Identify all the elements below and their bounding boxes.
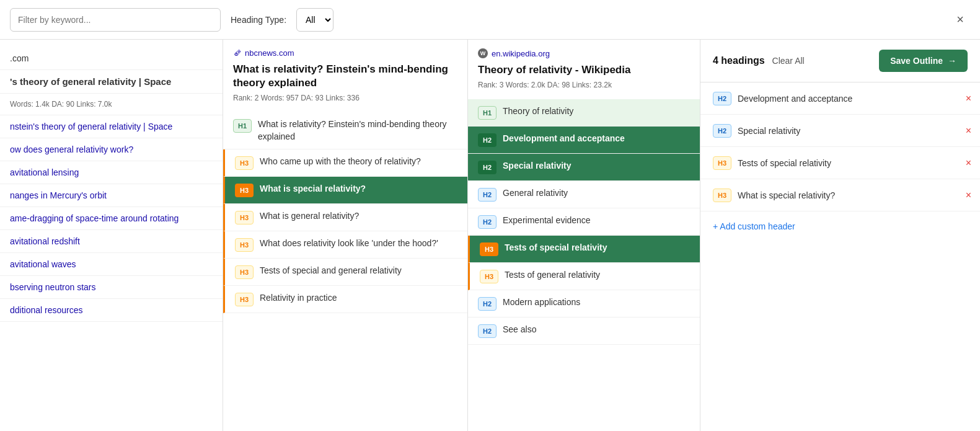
col1-meta: Rank: 2 Words: 957 DA: 93 Links: 336 — [233, 94, 457, 102]
heading-text: General relativity — [503, 187, 568, 200]
heading-text: Theory of relativity — [503, 105, 573, 118]
h1-badge: H1 — [233, 119, 252, 133]
col1-source: 🗞 nbcnews.com — [233, 48, 457, 58]
right-item-text: Development and acceptance — [738, 94, 968, 104]
h3-badge: H3 — [235, 238, 254, 252]
app-container: Heading Type: All H1 H2 H3 × .com 's the… — [0, 0, 980, 431]
list-item[interactable]: dditional resources — [0, 299, 223, 322]
heading-type-label: Heading Type: — [231, 15, 286, 25]
heading-item[interactable]: H3 What is general relativity? — [223, 204, 467, 231]
h3-badge: H3 — [235, 184, 254, 197]
col2-meta: Rank: 3 Words: 2.0k DA: 98 Links: 23.2k — [478, 81, 690, 89]
close-button[interactable]: × — [950, 10, 970, 30]
list-item[interactable]: nanges in Mercury's orbit — [0, 184, 223, 207]
add-custom-header[interactable]: + Add custom header — [700, 211, 980, 241]
heading-item[interactable]: H1 Theory of relativity — [468, 99, 700, 127]
heading-text: What does relativity look like 'under th… — [260, 238, 438, 250]
col1-source-url: nbcnews.com — [245, 48, 294, 58]
list-item[interactable]: bserving neutron stars — [0, 276, 223, 299]
heading-text: Tests of special and general relativity — [260, 265, 402, 277]
h2-badge: H2 — [713, 124, 731, 138]
h3-badge: H3 — [235, 156, 254, 170]
heading-item[interactable]: H3 Tests of general relativity — [468, 263, 700, 290]
h3-badge: H3 — [235, 211, 254, 224]
right-item-text: What is special relativity? — [738, 190, 968, 200]
h3-badge: H3 — [713, 156, 731, 170]
column-nbcnews: 🗞 nbcnews.com What is relativity? Einste… — [223, 40, 468, 431]
heading-text: Modern applications — [503, 296, 580, 309]
right-item-text: Special relativity — [738, 126, 968, 136]
h2-badge: H2 — [478, 297, 497, 311]
heading-item-selected[interactable]: H3 Tests of special relativity — [468, 236, 700, 263]
remove-button[interactable]: × — [966, 126, 971, 136]
right-panel-item: H3 What is special relativity? × — [700, 179, 980, 211]
right-item-text: Tests of special relativity — [738, 158, 968, 168]
heading-text: Relativity in practice — [260, 292, 337, 304]
list-item: 's theory of general relativity | Space — [0, 70, 223, 94]
col2-source-url: en.wikipedia.org — [492, 49, 550, 58]
remove-button[interactable]: × — [966, 158, 971, 168]
heading-item-selected[interactable]: H2 Development and acceptance — [468, 127, 700, 154]
heading-item[interactable]: H3 Tests of special and general relativi… — [223, 259, 467, 286]
h3-badge: H3 — [480, 270, 498, 283]
left-column: .com 's theory of general relativity | S… — [0, 40, 223, 431]
right-header: 4 headings Clear All Save Outline → — [700, 40, 980, 82]
h3-badge: H3 — [235, 265, 254, 279]
right-panel-item: H2 Development and acceptance × — [700, 82, 980, 115]
heading-item[interactable]: H2 Modern applications — [468, 290, 700, 318]
heading-item[interactable]: H3 Relativity in practice — [223, 286, 467, 313]
heading-text: What is special relativity? — [260, 183, 366, 195]
top-bar: Heading Type: All H1 H2 H3 × — [0, 0, 980, 40]
heading-text: Tests of general relativity — [505, 269, 600, 282]
h3-badge: H3 — [235, 293, 254, 306]
heading-item[interactable]: H2 Experimental evidence — [468, 208, 700, 236]
wiki-icon: W — [478, 48, 488, 58]
heading-text: Experimental evidence — [503, 215, 591, 227]
heading-item[interactable]: H3 What does relativity look like 'under… — [223, 231, 467, 259]
h2-badge: H2 — [478, 133, 497, 147]
col2-title: Theory of relativity - Wikipedia — [478, 63, 690, 77]
heading-text: What is general relativity? — [260, 210, 359, 223]
right-panel-item: H3 Tests of special relativity × — [700, 147, 980, 179]
heading-item[interactable]: H3 Who came up with the theory of relati… — [223, 149, 467, 177]
heading-item[interactable]: H1 What is relativity? Einstein's mind-b… — [223, 112, 467, 149]
h2-badge: H2 — [478, 161, 497, 174]
clear-all-button[interactable]: Clear All — [772, 56, 805, 66]
news-icon: 🗞 — [233, 48, 241, 58]
filter-input[interactable] — [10, 8, 221, 32]
column-wikipedia: W en.wikipedia.org Theory of relativity … — [468, 40, 700, 431]
heading-type-select[interactable]: All H1 H2 H3 — [296, 8, 333, 32]
h2-badge: H2 — [478, 215, 497, 229]
list-item[interactable]: ow does general relativity work? — [0, 138, 223, 161]
remove-button[interactable]: × — [966, 94, 971, 104]
h2-badge: H2 — [478, 188, 497, 202]
list-item[interactable]: ame-dragging of space-time around rotati… — [0, 207, 223, 230]
arrow-right-icon: → — [948, 56, 956, 66]
heading-text: Special relativity — [503, 160, 572, 172]
list-item[interactable]: avitational waves — [0, 253, 223, 276]
main-content: .com 's theory of general relativity | S… — [0, 40, 980, 431]
list-item: Words: 1.4k DA: 90 Links: 7.0k — [0, 94, 223, 115]
heading-text: What is relativity? Einstein's mind-bend… — [258, 118, 457, 143]
h3-badge: H3 — [713, 189, 731, 202]
headings-count: 4 headings — [713, 55, 765, 66]
h3-badge: H3 — [480, 242, 498, 256]
list-item[interactable]: nstein's theory of general relativity | … — [0, 115, 223, 138]
heading-text: See also — [503, 324, 536, 336]
heading-item-selected[interactable]: H2 Special relativity — [468, 154, 700, 181]
h2-badge: H2 — [478, 324, 497, 338]
heading-text: Who came up with the theory of relativit… — [260, 156, 421, 168]
heading-item[interactable]: H2 General relativity — [468, 181, 700, 208]
heading-item-selected[interactable]: H3 What is special relativity? — [223, 177, 467, 204]
list-item[interactable]: avitational lensing — [0, 161, 223, 184]
col2-source: W en.wikipedia.org — [478, 48, 690, 58]
right-panel: 4 headings Clear All Save Outline → H2 D… — [700, 40, 980, 431]
remove-button[interactable]: × — [966, 190, 971, 200]
col1-header: 🗞 nbcnews.com What is relativity? Einste… — [223, 40, 467, 112]
col1-title: What is relativity? Einstein's mind-bend… — [233, 63, 457, 90]
h1-badge: H1 — [478, 106, 497, 120]
list-item[interactable]: avitational redshift — [0, 230, 223, 253]
list-item: .com — [0, 47, 223, 70]
save-outline-button[interactable]: Save Outline → — [879, 50, 968, 72]
heading-item[interactable]: H2 See also — [468, 318, 700, 345]
